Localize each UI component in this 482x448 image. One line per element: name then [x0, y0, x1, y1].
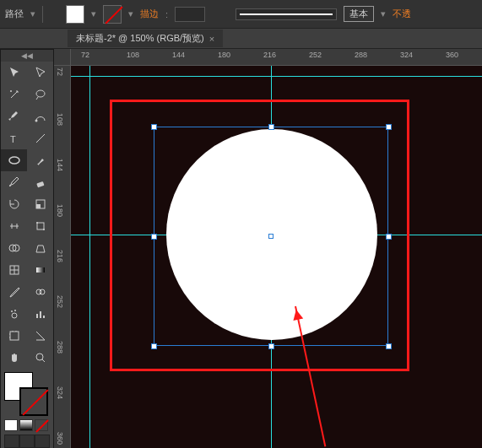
guide-horizontal[interactable] [71, 76, 482, 77]
handle-e[interactable] [386, 234, 392, 240]
line-segment-tool[interactable] [27, 127, 53, 149]
handle-center[interactable] [268, 234, 273, 239]
screen-mode-normal[interactable] [4, 435, 19, 448]
handle-w[interactable] [151, 234, 157, 240]
svg-point-19 [14, 310, 16, 311]
eraser-tool[interactable] [27, 171, 53, 193]
ruler-tick: 144 [56, 159, 64, 171]
handle-s[interactable] [268, 343, 274, 349]
handle-nw[interactable] [151, 124, 157, 130]
blend-tool[interactable] [27, 281, 53, 303]
ruler-horizontal[interactable]: 72108144180216252288324360 [71, 49, 482, 66]
screen-mode-present[interactable] [35, 435, 50, 448]
ruler-vertical[interactable]: 72108144180216252288324360 [54, 66, 71, 448]
direct-select-tool[interactable] [27, 62, 53, 84]
zoom-tool[interactable] [27, 347, 53, 369]
mode-label: 路径 [5, 8, 24, 20]
ruler-tick: 108 [56, 113, 64, 126]
svg-point-2 [35, 120, 37, 122]
ruler-tick: 360 [446, 51, 458, 59]
stroke-label[interactable]: 描边 [140, 8, 159, 20]
ruler-tick: 324 [400, 51, 413, 59]
eyedropper-tool[interactable] [1, 281, 27, 303]
perspective-tool[interactable] [27, 237, 53, 259]
fill-stroke-stack[interactable] [1, 369, 53, 418]
document-tab[interactable]: 未标题-2* @ 150% (RGB/预览) × [68, 30, 223, 47]
svg-point-17 [12, 313, 17, 318]
svg-point-10 [43, 229, 45, 230]
hand-tool[interactable] [1, 347, 27, 369]
stroke-weight-input[interactable] [175, 7, 205, 22]
gradient-tool[interactable] [27, 259, 53, 281]
curvature-tool[interactable] [27, 105, 53, 127]
ellipse-tool[interactable] [1, 149, 27, 171]
magic-wand-tool[interactable] [1, 84, 27, 105]
panel-collapse-icon[interactable]: ◀◀ [1, 50, 53, 62]
stroke-style-dropdown[interactable] [236, 8, 337, 20]
pen-tool[interactable] [1, 105, 27, 127]
color-mode-solid[interactable] [4, 419, 18, 431]
fill-dropdown-icon[interactable]: ▾ [91, 8, 96, 19]
slice-tool[interactable] [27, 325, 53, 347]
handle-se[interactable] [386, 343, 392, 349]
lasso-tool[interactable] [27, 84, 53, 105]
svg-rect-5 [36, 181, 44, 187]
guide-vertical[interactable] [89, 66, 90, 448]
screen-mode-full[interactable] [19, 435, 35, 448]
svg-rect-14 [36, 267, 45, 273]
svg-rect-8 [37, 223, 44, 229]
svg-rect-20 [36, 314, 38, 318]
ruler-tick: 288 [56, 341, 64, 354]
ruler-tick: 144 [172, 51, 185, 59]
svg-point-16 [40, 289, 45, 294]
color-mode-gradient[interactable] [19, 419, 33, 431]
type-tool[interactable]: T [1, 127, 27, 149]
handle-sw[interactable] [151, 343, 157, 349]
stroke-color-swatch[interactable] [19, 387, 48, 416]
stroke-swatch[interactable] [103, 5, 122, 24]
ruler-tick: 216 [263, 51, 276, 59]
ruler-tick: 108 [127, 51, 139, 59]
ruler-tick: 180 [56, 204, 64, 217]
close-icon[interactable]: × [209, 34, 214, 44]
profile-dropdown-icon[interactable]: ▾ [381, 8, 386, 19]
svg-point-9 [36, 222, 38, 224]
stroke-profile-label[interactable]: 基本 [344, 6, 374, 22]
width-tool[interactable] [1, 215, 27, 237]
handle-ne[interactable] [386, 124, 392, 130]
pencil-tool[interactable] [1, 171, 27, 193]
ruler-tick: 360 [56, 432, 64, 445]
ruler-tick: 72 [56, 67, 64, 76]
free-transform-tool[interactable] [27, 215, 53, 237]
ruler-tick: 216 [56, 250, 64, 262]
svg-rect-22 [43, 316, 45, 318]
paintbrush-tool[interactable] [27, 149, 53, 171]
tool-panel: ◀◀ T [0, 49, 54, 448]
mode-dropdown-icon[interactable]: ▾ [30, 8, 35, 19]
svg-point-24 [36, 354, 43, 360]
color-mode-none[interactable] [35, 419, 48, 431]
ruler-origin[interactable] [54, 49, 71, 66]
rotate-tool[interactable] [1, 193, 27, 215]
symbol-spray-tool[interactable] [1, 303, 27, 325]
opacity-label[interactable]: 不透 [393, 8, 411, 20]
canvas[interactable] [71, 66, 482, 448]
svg-text:T: T [10, 134, 16, 144]
tab-title: 未标题-2* @ 150% (RGB/预览) [76, 32, 204, 45]
mesh-tool[interactable] [1, 259, 27, 281]
handle-n[interactable] [268, 124, 274, 130]
ruler-tick: 252 [309, 51, 322, 59]
svg-point-4 [9, 157, 19, 164]
svg-rect-7 [36, 204, 41, 208]
svg-rect-21 [40, 311, 41, 318]
artboard-tool[interactable] [1, 325, 27, 347]
ruler-tick: 72 [81, 51, 89, 59]
ruler-tick: 180 [218, 51, 230, 59]
fill-swatch[interactable] [66, 5, 84, 24]
scale-tool[interactable] [27, 193, 53, 215]
ruler-tick: 252 [56, 295, 64, 308]
column-graph-tool[interactable] [27, 303, 53, 325]
shape-builder-tool[interactable] [1, 237, 27, 259]
selection-tool[interactable] [1, 62, 27, 84]
stroke-dropdown-icon[interactable]: ▾ [128, 8, 133, 19]
